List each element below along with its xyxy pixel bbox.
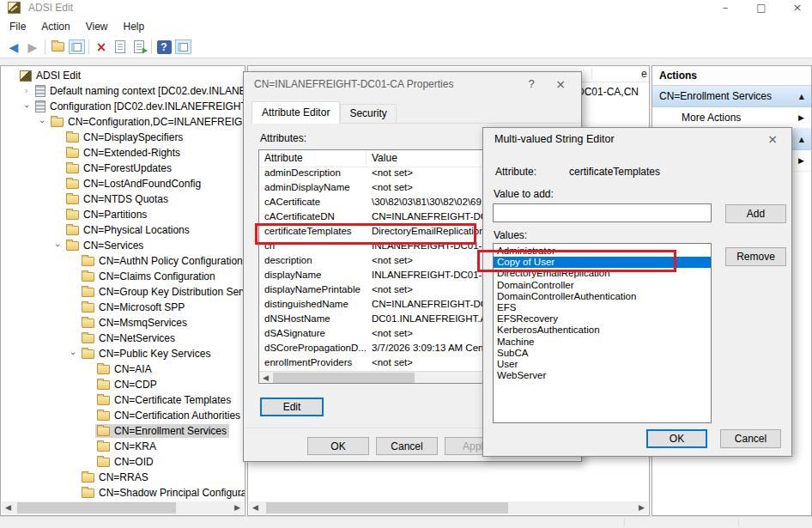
tree-item-cn-microsoft-spp[interactable]: ›CN=Microsoft SPP (1, 300, 245, 315)
minimize-button[interactable]: – (712, 0, 738, 16)
tree-item-cn-ntds-quotas[interactable]: ›CN=NTDS Quotas (1, 191, 245, 207)
tree-horizontal-scrollbar[interactable]: ◀ ▶ (2, 501, 244, 514)
tree-item-cn-extended-rights[interactable]: ›CN=Extended-Rights (1, 145, 245, 161)
mvse-cancel-button[interactable]: Cancel (720, 429, 781, 448)
value-item-kerberosauthentication[interactable]: KerberosAuthentication (494, 325, 711, 336)
tree-item-default-naming-context-dc02-dev-inlane[interactable]: ›Default naming context [DC02.dev.INLANE (1, 83, 245, 99)
tree-item-cn-netservices[interactable]: ›CN=NetServices (1, 331, 245, 346)
menu-action[interactable]: Action (33, 17, 77, 36)
value-item-user[interactable]: User (494, 359, 711, 370)
tree-item-cn-lostandfoundconfig[interactable]: ›CN=LostAndFoundConfig (1, 176, 245, 191)
chevron-right-icon[interactable]: › (20, 83, 33, 99)
scroll-right-icon[interactable]: ▶ (635, 501, 648, 514)
value-item-copy-of-user[interactable]: Copy of User (494, 257, 711, 268)
toolbar-show-hide-console-icon[interactable] (173, 38, 192, 57)
toolbar-back-arrow-icon[interactable]: ◀ (4, 38, 23, 57)
close-button[interactable]: × (785, 0, 810, 16)
tree-scroll-down-icon[interactable]: › (236, 494, 245, 497)
tree-item-cn-aia[interactable]: ›CN=AIA (1, 361, 245, 377)
tree-item-adsi-edit[interactable]: ›ADSI Edit (1, 68, 245, 83)
collapse-caret-icon[interactable]: ▲ (799, 93, 804, 100)
toolbar-forward-arrow-icon[interactable]: ▶ (23, 38, 42, 57)
scroll-left-icon[interactable]: ◀ (2, 501, 15, 514)
chevron-down-icon[interactable]: › (65, 347, 81, 361)
tab-attribute-editor[interactable]: Attribute Editor (251, 101, 340, 124)
tree-item-configuration-dc02-dev-inlanefreight[interactable]: ›Configuration [DC02.dev.INLANEFREIGHT. (1, 99, 245, 114)
properties-dialog-titlebar[interactable]: CN=INLANEFREIGHT-DC01-CA Properties ? × (244, 72, 581, 96)
chevron-down-icon[interactable]: › (19, 100, 34, 113)
close-icon[interactable]: × (548, 76, 573, 93)
tree-item-cn-physical-locations[interactable]: ›CN=Physical Locations (1, 222, 245, 238)
tree-item-cn-rras[interactable]: ›CN=RRAS (1, 470, 245, 485)
menu-help[interactable]: Help (116, 17, 153, 36)
tree-item-label: CN=OID (114, 456, 154, 468)
menu-view[interactable]: View (78, 17, 116, 36)
tree-item-cn-shadow-principal-configura[interactable]: ›CN=Shadow Principal Configura (1, 485, 245, 501)
tree-item-cn-displayspecifiers[interactable]: ›CN=DisplaySpecifiers (1, 130, 245, 145)
scroll-right-icon[interactable]: ▶ (231, 501, 244, 514)
value-to-add-input[interactable] (493, 203, 712, 222)
attribute-name: displayName (259, 270, 367, 284)
value-item-efs[interactable]: EFS (494, 302, 711, 313)
properties-dialog-title: CN=INLANEFREIGHT-DC01-CA Properties (254, 78, 453, 90)
toolbar-console-tree-toggle-icon[interactable] (67, 38, 86, 57)
value-item-efsrecovery[interactable]: EFSRecovery (494, 313, 711, 325)
tree-item-cn-configuration-dc-inlanefreigh[interactable]: ›CN=Configuration,DC=INLANEFREIGH (1, 114, 245, 130)
value-item-domaincontrollerauthentication[interactable]: DomainControllerAuthentication (494, 291, 711, 302)
scroll-left-icon[interactable]: ◀ (259, 372, 272, 384)
help-icon[interactable]: ? (521, 76, 542, 93)
toolbar-properties-list-icon[interactable] (111, 38, 130, 57)
properties-cancel-button[interactable]: Cancel (376, 437, 438, 455)
mvse-titlebar[interactable]: Multi-valued String Editor × (483, 128, 791, 151)
scroll-left-icon[interactable]: ◀ (249, 501, 262, 514)
tree-item-cn-partitions[interactable]: ›CN=Partitions (1, 207, 245, 222)
value-item-administrator[interactable]: Administrator (494, 246, 711, 257)
value-item-directoryemailreplication[interactable]: DirectoryEmailReplication (494, 268, 711, 279)
properties-ok-button[interactable]: OK (307, 437, 369, 455)
menu-file[interactable]: File (2, 17, 33, 36)
tree-item-cn-msmqservices[interactable]: ›CN=MsmqServices (1, 315, 245, 331)
tree-item-cn-public-key-services[interactable]: ›CN=Public Key Services (1, 346, 245, 361)
value-item-subca[interactable]: SubCA (494, 348, 711, 359)
tree-item-cn-claims-configuration[interactable]: ›CN=Claims Configuration (1, 269, 245, 284)
list-horizontal-scrollbar[interactable]: ◀ ▶ (249, 501, 648, 514)
tree-item-cn-forestupdates[interactable]: ›CN=ForestUpdates (1, 161, 245, 176)
toolbar-help-icon[interactable]: ? (155, 38, 173, 57)
mvse-ok-button[interactable]: OK (646, 429, 707, 448)
attributes-scrollbar-thumb[interactable] (273, 373, 415, 384)
remove-button[interactable]: Remove (725, 247, 786, 266)
chevron-down-icon[interactable]: › (34, 115, 50, 129)
value-item-webserver[interactable]: WebServer (494, 370, 711, 381)
tree-item-cn-certificate-templates[interactable]: ›CN=Certificate Templates (1, 392, 245, 408)
column-header-attribute[interactable]: Attribute (259, 150, 367, 167)
tree-item-cn-kra[interactable]: ›CN=KRA (1, 439, 245, 454)
tree-item-cn-enrollment-services[interactable]: ›CN=Enrollment Services (1, 423, 245, 439)
value-item-machine[interactable]: Machine (494, 337, 711, 348)
tree-item-cn-cdp[interactable]: ›CN=CDP (1, 377, 245, 392)
toolbar-export-list-icon[interactable] (130, 38, 148, 57)
tree-item-cn-group-key-distribution-serv[interactable]: ›CN=Group Key Distribution Serv (1, 284, 245, 300)
window-titlebar[interactable]: ADSI Edit – □ × (0, 0, 812, 17)
attribute-name: dSCorePropagationD... (259, 343, 367, 357)
add-button[interactable]: Add (725, 204, 786, 223)
collapse-caret-icon[interactable]: ▲ (799, 136, 804, 143)
more-actions-item[interactable]: More Actions ▶ (652, 107, 811, 129)
chevron-down-icon[interactable]: › (50, 239, 65, 252)
column-divider[interactable] (591, 68, 592, 80)
list-scrollbar-thumb[interactable] (266, 502, 508, 513)
server-icon (35, 85, 45, 97)
actions-group-enrollment-services[interactable]: CN=Enrollment Services ▲ (652, 86, 811, 107)
tree-item-cn-services[interactable]: ›CN=Services (1, 238, 245, 253)
edit-button[interactable]: Edit (260, 398, 324, 416)
value-item-domaincontroller[interactable]: DomainController (494, 280, 711, 291)
toolbar-delete-icon[interactable]: × (92, 38, 111, 57)
tree-item-cn-authn-policy-configuration[interactable]: ›CN=AuthN Policy Configuration (1, 253, 245, 269)
tree-item-cn-oid[interactable]: ›CN=OID (1, 454, 245, 470)
toolbar-up-folder-icon[interactable] (48, 38, 67, 57)
folder-icon (66, 241, 79, 251)
close-icon[interactable]: × (760, 130, 785, 148)
tree-scrollbar-thumb[interactable] (17, 502, 176, 513)
tab-security[interactable]: Security (340, 104, 396, 124)
tree-item-cn-certification-authorities[interactable]: ›CN=Certification Authorities (1, 408, 245, 423)
maximize-button[interactable]: □ (748, 0, 774, 16)
